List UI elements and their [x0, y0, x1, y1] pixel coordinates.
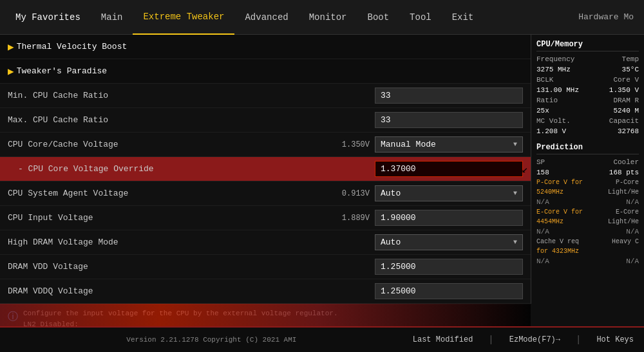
core-v-label: Core V [613, 76, 639, 84]
ecore-right-sub: Light/He [608, 218, 639, 225]
sidebar: CPU/Memory Frequency Temp 3275 MHz 35°C … [531, 35, 644, 326]
heavy-c-label: Heavy C [612, 238, 639, 245]
cache-label-row: Cache V req Heavy C [536, 238, 639, 245]
mc-volt-value-row: 1.208 V 32768 [536, 127, 639, 135]
nav-item-favorites[interactable]: My Favorites [5, 0, 91, 35]
bclk-value: 131.00 MHz [536, 86, 579, 94]
max-cpu-cache-row: Max. CPU Cache Ratio 33 [0, 108, 531, 133]
ratio-value: 25x [536, 107, 549, 115]
separator-1: | [488, 335, 493, 345]
cooler-label: Cooler [613, 158, 639, 166]
max-cpu-cache-value-area: 33 [227, 112, 523, 128]
frequency-value: 3275 MHz [536, 66, 571, 73]
ratio-value-row: 25x 5240 M [536, 107, 639, 115]
nav-item-boot[interactable]: Boot [357, 0, 400, 35]
prediction-section: Prediction SP Cooler 158 168 pts P-Core … [536, 143, 639, 265]
min-cpu-cache-row: Min. CPU Cache Ratio 33 [0, 84, 531, 108]
high-dram-dropdown-arrow-icon: ▼ [513, 239, 517, 246]
cpu-core-voltage-override-input[interactable]: 1.37000 [375, 161, 523, 177]
ecore-4454-label: E-Core V for [536, 208, 583, 216]
dram-vdd-input[interactable]: 1.25000 [375, 259, 523, 275]
cpu-input-voltage-row: CPU Input Voltage 1.889V 1.90000 [0, 206, 531, 230]
cpu-core-cache-voltage-dropdown[interactable]: Manual Mode ▼ [375, 136, 523, 153]
main-layout: ▶ Thermal Velocity Boost ▶ Tweaker's Par… [0, 35, 644, 326]
nav-item-advanced[interactable]: Advanced [234, 0, 298, 35]
max-cpu-cache-input[interactable]: 33 [375, 112, 523, 128]
dram-r-value: 5240 M [613, 107, 639, 115]
dram-r-label: DRAM R [613, 97, 639, 104]
last-modified-btn[interactable]: Last Modified [413, 335, 473, 344]
nav-item-tool[interactable]: Tool [399, 0, 442, 35]
cpu-input-voltage-input[interactable]: 1.90000 [375, 210, 523, 226]
temperature-label: Temp [622, 55, 639, 63]
dram-vddq-value-area: 1.25000 [227, 283, 523, 299]
info-icon: ⓘ [8, 310, 18, 325]
capacity-label: Capacit [609, 117, 639, 125]
cpu-core-cache-voltage-dropdown-value: Manual Mode [381, 140, 436, 149]
ecore-right-na: N/A [626, 228, 639, 236]
thermal-label: Thermal Velocity Boost [17, 42, 236, 51]
pcore-right-label: P-Core [616, 179, 639, 186]
pcore-freq-row: 5240MHz Light/He [536, 189, 639, 196]
cpu-input-voltage-value-area: 1.889V 1.90000 [227, 210, 523, 226]
ecore-freq-row: 4454MHz Light/He [536, 218, 639, 225]
tweakers-label: Tweaker's Paradise [17, 66, 236, 76]
dram-vddq-input[interactable]: 1.25000 [375, 283, 523, 299]
ratio-label: Ratio [536, 97, 558, 104]
dram-vddq-row: DRAM VDDQ Voltage 1.25000 [0, 279, 531, 304]
bclk-label: BCLK [536, 76, 553, 84]
thermal-velocity-section[interactable]: ▶ Thermal Velocity Boost [0, 35, 531, 59]
high-dram-voltage-dropdown[interactable]: Auto ▼ [375, 234, 523, 250]
cpu-system-agent-value-area: 0.913V Auto ▼ [227, 185, 523, 201]
high-dram-voltage-label: High DRAM Voltage Mode [8, 237, 227, 247]
cpu-system-agent-text: 0.913V [337, 189, 370, 198]
ecore-label-row: E-Core V for E-Core [536, 208, 639, 216]
sidebar-title: Hardware Mo [578, 12, 639, 22]
info-text: Configure the input voltage for the CPU … [23, 308, 337, 326]
max-cpu-cache-label: Max. CPU Cache Ratio [8, 115, 227, 125]
ecore-right-label: E-Core [616, 208, 639, 216]
pcore-label-row: P-Core V for P-Core [536, 179, 639, 186]
mc-volt-value: 1.208 V [536, 127, 566, 135]
nav-item-extreme-tweaker[interactable]: Extreme Tweaker [133, 0, 234, 35]
nav-item-exit[interactable]: Exit [442, 0, 484, 35]
ecore-na-row: N/A N/A [536, 228, 639, 236]
nav-item-monitor[interactable]: Monitor [299, 0, 357, 35]
pcore-5240-label: P-Core V for [536, 179, 583, 186]
frequency-row: Frequency Temp [536, 55, 639, 63]
cpu-core-cache-voltage-label: CPU Core/Cache Voltage [8, 140, 227, 149]
pcore-5240-freq: 5240MHz [536, 189, 564, 196]
cpu-system-agent-label: CPU System Agent Voltage [8, 189, 227, 198]
prediction-title: Prediction [536, 143, 639, 154]
temperature-value: 35°C [622, 66, 639, 73]
cpu-core-cache-voltage-row: CPU Core/Cache Voltage 1.350V Manual Mod… [0, 133, 531, 157]
high-dram-voltage-value-area: Auto ▼ [227, 234, 523, 250]
cache-4323-label: Cache V req [536, 238, 579, 245]
ecore-4454-na: N/A [536, 228, 549, 236]
cpu-system-agent-row: CPU System Agent Voltage 0.913V Auto ▼ [0, 181, 531, 206]
pcore-5240-na: N/A [536, 198, 549, 206]
ecore-4454-freq: 4454MHz [536, 218, 564, 225]
hot-keys-btn[interactable]: Hot Keys [596, 335, 634, 344]
bclk-value-row: 131.00 MHz 1.350 V [536, 86, 639, 94]
cpu-system-agent-dropdown-arrow-icon: ▼ [513, 190, 517, 197]
cpu-core-cache-dropdown-arrow-icon: ▼ [513, 141, 517, 148]
cpu-core-voltage-override-row: - CPU Core Voltage Override ↙ 1.37000 [0, 157, 531, 181]
content-area: ▶ Thermal Velocity Boost ▶ Tweaker's Par… [0, 35, 531, 326]
dram-vddq-label: DRAM VDDQ Voltage [8, 286, 227, 296]
cursor-indicator: ↙ [522, 163, 528, 176]
cooler-value: 168 pts [609, 169, 639, 176]
ez-mode-btn[interactable]: EzMode(F7)→ [509, 335, 560, 344]
core-v-value: 1.350 V [609, 86, 639, 94]
cache-na-row: N/A N/A [536, 257, 639, 265]
sp-value: 158 [536, 169, 549, 176]
cpu-system-agent-dropdown[interactable]: Auto ▼ [375, 185, 523, 201]
nav-bar: My Favorites Main Extreme Tweaker Advanc… [0, 0, 644, 35]
min-cpu-cache-input[interactable]: 33 [375, 88, 523, 104]
pcore-right-na: N/A [626, 198, 639, 206]
tweakers-paradise-section[interactable]: ▶ Tweaker's Paradise [0, 59, 531, 84]
info-box: ⓘ Configure the input voltage for the CP… [0, 304, 531, 326]
cpu-core-voltage-override-label: - CPU Core Voltage Override [8, 164, 227, 174]
high-dram-voltage-row: High DRAM Voltage Mode Auto ▼ [0, 230, 531, 255]
nav-item-main[interactable]: Main [91, 0, 133, 35]
